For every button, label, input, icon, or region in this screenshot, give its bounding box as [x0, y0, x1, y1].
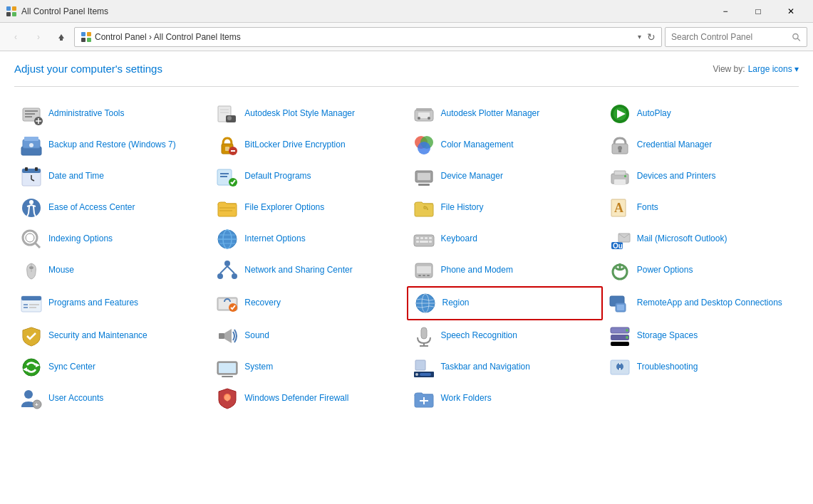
content-area: Adjust your computer's settings View by:… — [0, 51, 813, 504]
svg-rect-102 — [427, 275, 430, 276]
cp-item-default-programs[interactable]: Default Programs — [210, 161, 406, 192]
svg-point-22 — [227, 116, 232, 120]
search-input[interactable] — [671, 32, 789, 42]
back-button[interactable]: ‹ — [6, 27, 26, 47]
search-box[interactable] — [665, 27, 807, 47]
svg-point-130 — [23, 359, 40, 376]
cp-item-autoplay[interactable]: AutoPlay — [603, 98, 799, 130]
programs-features-label: Programs and Features — [48, 298, 138, 309]
cp-item-mail-outlook[interactable]: OuMail (Microsoft Outlook) — [603, 224, 799, 255]
cp-item-troubleshooting[interactable]: Troubleshooting — [603, 352, 799, 383]
cp-item-work-folders[interactable]: Work Folders — [407, 383, 603, 414]
svg-point-129 — [626, 336, 628, 339]
cp-item-power-options[interactable]: Power Options — [603, 255, 799, 286]
forward-button[interactable]: › — [29, 27, 48, 47]
network-sharing-icon — [216, 259, 239, 282]
power-options-icon — [609, 259, 631, 282]
svg-rect-139 — [415, 360, 425, 370]
maximize-button[interactable]: □ — [742, 0, 775, 23]
cp-item-backup-restore[interactable]: Backup and Restore (Windows 7) — [14, 130, 210, 161]
svg-rect-3 — [12, 12, 16, 16]
date-time-label: Date and Time — [48, 171, 104, 182]
cp-item-indexing-options[interactable]: Indexing Options — [14, 224, 210, 255]
cp-item-bitlocker[interactable]: BitLocker Drive Encryption — [210, 130, 406, 161]
refresh-button[interactable]: ↻ — [647, 31, 656, 43]
user-accounts-label: User Accounts — [48, 393, 103, 404]
default-programs-label: Default Programs — [244, 171, 311, 182]
cp-item-storage-spaces[interactable]: Storage Spaces — [603, 320, 799, 352]
cp-item-remoteapp[interactable]: RemoteApp and Desktop Connections — [603, 286, 799, 320]
cp-item-date-time[interactable]: Date and Time — [14, 161, 210, 192]
svg-rect-1 — [12, 6, 16, 11]
system-icon — [216, 356, 239, 379]
region-icon — [414, 292, 437, 315]
cp-item-phone-modem[interactable]: Phone and Modem — [407, 255, 603, 286]
cp-item-autodesk-plotter-manager[interactable]: Autodesk Plotter Manager — [407, 98, 603, 130]
cp-item-region[interactable]: Region — [407, 286, 603, 320]
viewby-dropdown[interactable]: Large icons ▾ — [748, 64, 799, 74]
svg-rect-107 — [24, 304, 28, 305]
devices-printers-icon — [609, 165, 631, 188]
close-button[interactable]: ✕ — [775, 0, 807, 23]
svg-point-26 — [418, 117, 420, 120]
sound-icon — [216, 325, 239, 347]
svg-rect-99 — [417, 266, 431, 273]
cp-item-keyboard[interactable]: Keyboard — [407, 224, 603, 255]
cp-item-fonts[interactable]: AFonts — [603, 192, 799, 224]
cp-item-sync-center[interactable]: Sync Center — [14, 352, 210, 383]
cp-item-devices-printers[interactable]: Devices and Printers — [603, 161, 799, 192]
cp-item-mouse[interactable]: Mouse — [14, 255, 210, 286]
viewby-label: View by: — [713, 64, 745, 74]
svg-rect-25 — [416, 108, 432, 111]
autoplay-label: AutoPlay — [637, 108, 671, 120]
cp-item-internet-options[interactable]: Internet Options — [210, 224, 406, 255]
svg-rect-5 — [81, 32, 86, 36]
cp-item-color-management[interactable]: Color Management — [407, 130, 603, 161]
cp-item-user-accounts[interactable]: +User Accounts — [14, 383, 210, 414]
remoteapp-icon — [609, 292, 631, 315]
svg-rect-13 — [25, 113, 35, 115]
cp-item-administrative-tools[interactable]: Administrative Tools — [14, 98, 210, 130]
cp-item-windows-defender-firewall[interactable]: Windows Defender Firewall — [210, 383, 406, 414]
mail-outlook-label: Mail (Microsoft Outlook) — [637, 233, 727, 245]
svg-rect-138 — [420, 373, 431, 376]
svg-rect-82 — [420, 237, 423, 239]
file-explorer-options-label: File Explorer Options — [244, 202, 324, 214]
svg-rect-8 — [87, 38, 91, 42]
address-icon — [81, 31, 92, 43]
cp-item-file-history[interactable]: File History — [407, 192, 603, 224]
default-programs-icon — [216, 165, 239, 188]
backup-restore-icon — [20, 134, 43, 157]
cp-item-ease-of-access[interactable]: Ease of Access Center — [14, 192, 210, 224]
troubleshooting-icon — [609, 356, 631, 379]
cp-item-taskbar-navigation[interactable]: Taskbar and Navigation — [407, 352, 603, 383]
svg-rect-46 — [22, 169, 41, 173]
cp-item-network-sharing[interactable]: Network and Sharing Center — [210, 255, 406, 286]
cp-item-security-maintenance[interactable]: Security and Maintenance — [14, 320, 210, 352]
address-path: Control Panel › All Control Panel Items — [95, 32, 635, 42]
svg-rect-101 — [423, 275, 425, 276]
cp-item-sound[interactable]: Sound — [210, 320, 406, 352]
autoplay-icon — [609, 103, 631, 125]
svg-point-41 — [418, 142, 430, 154]
cp-item-speech-recognition[interactable]: Speech Recognition — [407, 320, 603, 352]
address-dropdown[interactable]: ▾ — [638, 33, 641, 41]
cp-item-autodesk-plot-style-manager[interactable]: Autodesk Plot Style Manager — [210, 98, 406, 130]
cp-item-programs-features[interactable]: Programs and Features — [14, 286, 210, 320]
address-box[interactable]: Control Panel › All Control Panel Items … — [74, 27, 662, 47]
svg-rect-59 — [614, 171, 626, 175]
cp-item-credential-manager[interactable]: Credential Manager — [603, 130, 799, 161]
cp-item-recovery[interactable]: Recovery — [210, 286, 406, 320]
cp-item-system[interactable]: System — [210, 352, 406, 383]
svg-point-128 — [626, 329, 628, 332]
windows-defender-firewall-icon — [216, 387, 239, 410]
minimize-button[interactable]: − — [709, 0, 742, 23]
recovery-icon — [216, 292, 239, 315]
svg-rect-120 — [219, 333, 224, 339]
up-button[interactable] — [51, 27, 71, 47]
cp-item-device-manager[interactable]: Device Manager — [407, 161, 603, 192]
svg-point-34 — [29, 143, 33, 147]
cp-item-file-explorer-options[interactable]: File Explorer Options — [210, 192, 406, 224]
content-header: Adjust your computer's settings View by:… — [14, 63, 799, 75]
svg-rect-81 — [416, 237, 419, 239]
